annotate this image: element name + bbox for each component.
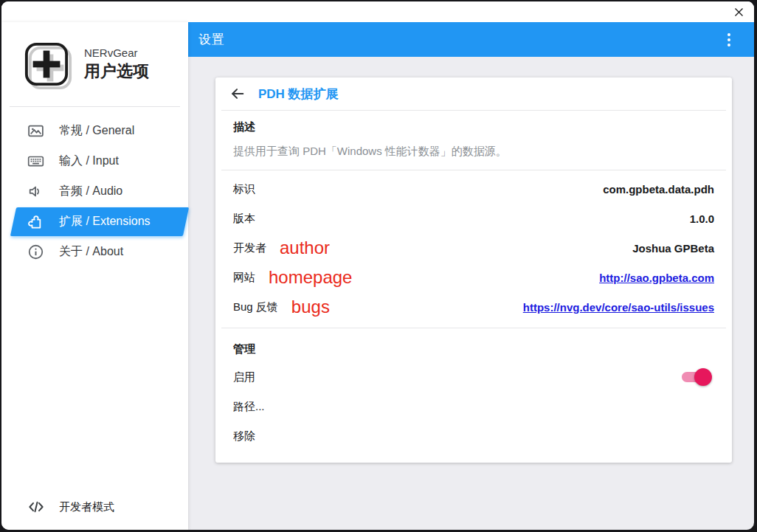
description-section: 描述 提供用于查询 PDH「Windows 性能计数器」的数据源。 [215,111,732,170]
bugs-annotation: bugs [291,298,330,316]
close-button[interactable] [729,4,748,20]
appbar-title: 设置 [198,31,224,48]
sidebar-item-extensions[interactable]: 扩展 / Extensions [1,207,188,237]
sidebar-item-label: 常规 / General [59,123,134,139]
code-icon [26,497,46,517]
app-logo: NERvGear 用户选项 [1,22,188,106]
field-row-id: 标识 com.gpbeta.data.pdh [233,174,714,204]
field-row-homepage: 网站 homepage http://sao.gpbeta.com [233,263,714,292]
appbar: 设置 [188,22,754,57]
app-subtitle: 用户选项 [84,61,149,83]
homepage-annotation: homepage [269,269,352,286]
back-arrow-icon [229,86,246,102]
metadata-section: 标识 com.gpbeta.data.pdh 版本 1.0.0 开发者 auth… [215,170,732,328]
field-label: 网站 [233,271,255,285]
path-label: 路径... [233,400,265,414]
sidebar-nav: 常规 / General 输入 / Input [1,116,188,267]
enable-toggle[interactable] [682,372,711,382]
field-label: 开发者 [233,241,266,255]
app-logo-icon [24,41,69,87]
speaker-icon [26,182,45,201]
toggle-knob [694,368,712,386]
sidebar-item-label: 扩展 / Extensions [59,214,151,229]
main-panel: 设置 PDH 数据扩展 [188,22,754,530]
field-row-author: 开发者 author Joshua GPBeta [233,233,714,263]
author-annotation: author [280,239,330,257]
path-button[interactable]: 路径... [233,392,714,421]
kebab-menu-icon [727,33,730,36]
description-text: 提供用于查询 PDH「Windows 性能计数器」的数据源。 [233,145,714,159]
back-button[interactable] [227,83,248,104]
extension-title: PDH 数据扩展 [258,86,339,103]
settings-window: NERvGear 用户选项 常规 / General [1,1,754,530]
enable-row[interactable]: 启用 [233,362,714,392]
field-value-author: Joshua GPBeta [632,242,714,255]
app-name: NERvGear [84,46,149,59]
sidebar-item-audio[interactable]: 音频 / Audio [1,176,188,207]
settings-content: PDH 数据扩展 描述 提供用于查询 PDH「Windows 性能计数器」的数据… [188,57,754,530]
developer-mode-label: 开发者模式 [59,500,114,514]
enable-label: 启用 [233,370,255,384]
image-icon [26,122,45,141]
field-label: 标识 [233,182,255,196]
bugs-link[interactable]: https://nvg.dev/core/sao-utils/issues [523,301,714,314]
sidebar-item-general[interactable]: 常规 / General [1,116,188,146]
titlebar [1,1,754,22]
remove-button[interactable]: 移除 [233,421,714,451]
field-row-bugs: Bug 反馈 bugs https://nvg.dev/core/sao-uti… [233,292,714,322]
extension-card-header: PDH 数据扩展 [215,77,732,110]
puzzle-icon [26,213,45,232]
sidebar-item-about[interactable]: 关于 / About [1,237,188,267]
sidebar-item-label: 音频 / Audio [59,184,122,199]
manage-section: 管理 启用 路径... 移除 [215,328,732,463]
field-value-version: 1.0.0 [690,213,714,225]
manage-heading: 管理 [233,342,255,356]
sidebar-item-input[interactable]: 输入 / Input [1,146,188,176]
sidebar-divider [10,106,180,107]
info-icon [26,243,45,262]
field-label: 版本 [233,212,255,226]
description-heading: 描述 [233,120,714,134]
field-label: Bug 反馈 [233,300,278,314]
field-row-version: 版本 1.0.0 [233,204,714,233]
sidebar: NERvGear 用户选项 常规 / General [1,22,188,530]
close-icon [734,7,744,17]
keyboard-icon [26,152,45,171]
homepage-link[interactable]: http://sao.gpbeta.com [599,272,714,284]
kebab-menu-button[interactable] [719,29,739,51]
sidebar-item-label: 输入 / Input [59,153,119,169]
remove-label: 移除 [233,429,255,443]
field-value-id: com.gpbeta.data.pdh [603,183,714,196]
extension-detail-card: PDH 数据扩展 描述 提供用于查询 PDH「Windows 性能计数器」的数据… [215,77,732,463]
sidebar-item-label: 关于 / About [59,244,123,260]
developer-mode-button[interactable]: 开发者模式 [1,484,188,530]
